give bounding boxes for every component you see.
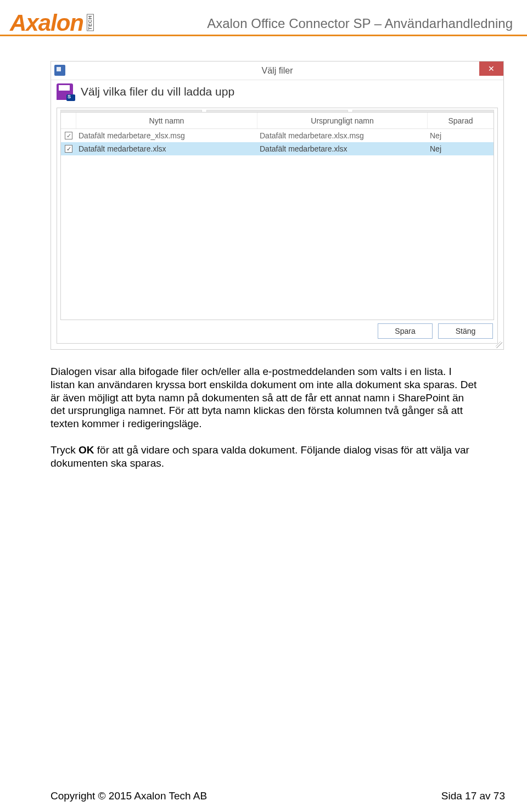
footer-page-info: Sida 17 av 73	[441, 790, 505, 802]
file-table: Nytt namn Ursprungligt namn Sparad ✓ Dat…	[60, 112, 494, 320]
dialog-button-row: Spara Stäng	[57, 323, 497, 343]
body-paragraph-1: Dialogen visar alla bifogade filer och/e…	[51, 365, 478, 430]
page-footer: Copyright © 2015 Axalon Tech AB Sida 17 …	[51, 790, 505, 802]
document-title: Axalon Office Connector SP – Användarhan…	[207, 16, 513, 35]
dialog-window: Välj filer ✕ Välj vilka filer du vill la…	[51, 61, 504, 350]
brand-logo-text: Axalon	[10, 12, 83, 35]
dialog-subtitle: Välj vilka filer du vill ladda upp	[81, 85, 234, 98]
page-header: Axalon TECH Axalon Office Connector SP –…	[0, 0, 527, 36]
row-checkbox[interactable]: ✓	[65, 145, 72, 153]
close-icon: ✕	[488, 64, 495, 73]
dialog-subtitle-row: Välj vilka filer du vill ladda upp	[51, 80, 503, 103]
save-button[interactable]: Spara	[378, 323, 433, 339]
body-copy: Dialogen visar alla bifogade filer och/e…	[51, 365, 478, 469]
dialog-titlebar: Välj filer ✕	[51, 61, 503, 80]
cell-orig-name: Datafält medarbetare.xlsx	[257, 144, 428, 153]
row-checkbox[interactable]: ✓	[65, 132, 72, 139]
close-button[interactable]: ✕	[479, 61, 503, 76]
app-icon	[54, 65, 65, 76]
save-icon	[57, 83, 73, 100]
table-row[interactable]: ✓ Datafält medarbetare.xlsx Datafält med…	[61, 142, 494, 155]
cell-new-name: Datafält medarbetare_xlsx.msg	[76, 131, 257, 140]
column-header-check	[61, 113, 76, 128]
cell-saved: Nej	[428, 144, 494, 153]
brand-logo-tech: TECH	[87, 14, 94, 31]
brand-logo: Axalon TECH	[10, 12, 94, 35]
dialog-title: Välj filer	[262, 66, 293, 76]
table-header: Nytt namn Ursprungligt namn Sparad	[61, 113, 494, 129]
body-paragraph-2: Tryck OK för att gå vidare och spara val…	[51, 444, 478, 470]
cell-new-name: Datafält medarbetare.xlsx	[76, 144, 257, 153]
column-header-saved[interactable]: Sparad	[428, 113, 494, 128]
table-row[interactable]: ✓ Datafält medarbetare_xlsx.msg Datafält…	[61, 129, 494, 142]
cell-saved: Nej	[428, 131, 494, 140]
close-dialog-button[interactable]: Stäng	[438, 323, 493, 339]
dialog-body: Nytt namn Ursprungligt namn Sparad ✓ Dat…	[57, 108, 498, 344]
resize-grip[interactable]	[496, 341, 502, 348]
cell-orig-name: Datafält medarbetare.xlsx.msg	[257, 131, 428, 140]
column-header-orig-name[interactable]: Ursprungligt namn	[257, 113, 428, 128]
footer-copyright: Copyright © 2015 Axalon Tech AB	[51, 790, 207, 802]
column-header-new-name[interactable]: Nytt namn	[76, 113, 257, 128]
